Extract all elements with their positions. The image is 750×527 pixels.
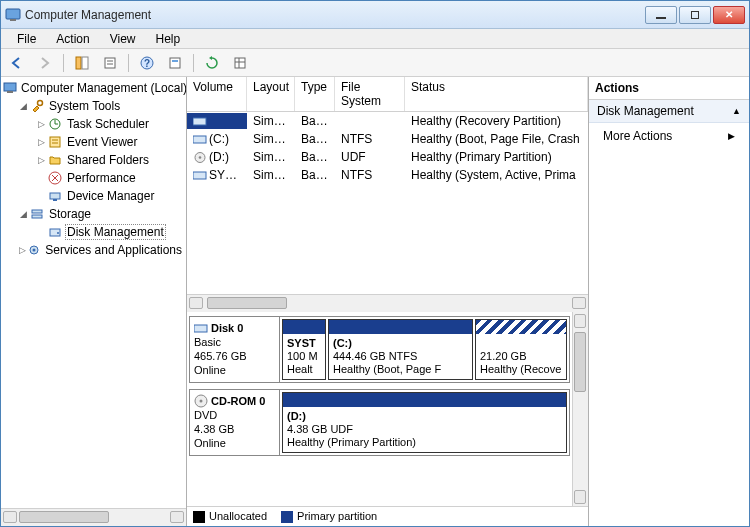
menu-action[interactable]: Action bbox=[46, 30, 99, 48]
close-button[interactable] bbox=[713, 6, 745, 24]
collapse-icon: ▲ bbox=[732, 106, 741, 116]
table-row[interactable]: Simple Basic Healthy (Recovery Partition… bbox=[187, 112, 588, 130]
list-button[interactable] bbox=[228, 52, 252, 74]
tree-system-tools[interactable]: ◢ System Tools bbox=[3, 97, 184, 115]
disk-kind: DVD bbox=[194, 408, 275, 422]
column-volume[interactable]: Volume bbox=[187, 77, 247, 111]
expand-icon[interactable]: ▷ bbox=[17, 245, 27, 255]
svg-rect-18 bbox=[50, 137, 60, 147]
volume-fs: NTFS bbox=[335, 131, 405, 147]
tree-task-scheduler[interactable]: ▷ Task Scheduler bbox=[3, 115, 184, 133]
disk-entry-disk0[interactable]: Disk 0 Basic 465.76 GB Online SYST100 MH… bbox=[189, 316, 570, 383]
forward-button[interactable] bbox=[33, 52, 57, 74]
volume-status: Healthy (Primary Partition) bbox=[405, 149, 588, 165]
table-row[interactable]: (D:) Simple Basic UDF Healthy (Primary P… bbox=[187, 148, 588, 166]
svg-rect-34 bbox=[193, 172, 206, 179]
scroll-right-icon[interactable] bbox=[572, 297, 586, 309]
disk-partitions: (D:)4.38 GB UDFHealthy (Primary Partitio… bbox=[280, 390, 569, 455]
menu-view[interactable]: View bbox=[100, 30, 146, 48]
scroll-up-icon[interactable] bbox=[574, 314, 586, 328]
scroll-thumb[interactable] bbox=[574, 332, 586, 392]
properties-button[interactable] bbox=[98, 52, 122, 74]
partition-recovery[interactable]: 21.20 GBHealthy (Recove bbox=[475, 319, 567, 380]
column-status[interactable]: Status bbox=[405, 77, 588, 111]
actions-section-disk-management[interactable]: Disk Management ▲ bbox=[589, 100, 749, 123]
svg-rect-31 bbox=[193, 136, 206, 143]
minimize-button[interactable] bbox=[645, 6, 677, 24]
disk-info: CD-ROM 0 DVD 4.38 GB Online bbox=[190, 390, 280, 455]
partition-size: 444.46 GB NTFS bbox=[333, 350, 417, 362]
scroll-down-icon[interactable] bbox=[574, 490, 586, 504]
expand-icon[interactable]: ▷ bbox=[35, 137, 47, 147]
navigation-tree[interactable]: Computer Management (Local) ◢ System Too… bbox=[1, 77, 186, 508]
tree-device-manager[interactable]: Device Manager bbox=[3, 187, 184, 205]
performance-icon bbox=[47, 170, 63, 186]
disc-icon bbox=[194, 394, 208, 408]
tree-event-viewer[interactable]: ▷ Event Viewer bbox=[3, 133, 184, 151]
actions-more-actions[interactable]: More Actions ▶ bbox=[589, 123, 749, 149]
tree-performance[interactable]: Performance bbox=[3, 169, 184, 187]
tree-label: System Tools bbox=[47, 99, 122, 113]
tree-root[interactable]: Computer Management (Local) bbox=[3, 79, 184, 97]
services-icon bbox=[27, 242, 41, 258]
expand-icon[interactable]: ▷ bbox=[35, 155, 47, 165]
tree-shared-folders[interactable]: ▷ Shared Folders bbox=[3, 151, 184, 169]
actions-section-label: Disk Management bbox=[597, 104, 694, 118]
scroll-right-icon[interactable] bbox=[170, 511, 184, 523]
svg-rect-22 bbox=[50, 193, 60, 199]
menu-file[interactable]: File bbox=[7, 30, 46, 48]
legend-swatch-unallocated bbox=[193, 511, 205, 523]
disk-vscrollbar[interactable] bbox=[572, 312, 588, 506]
svg-rect-1 bbox=[10, 19, 16, 21]
table-row[interactable]: (C:) Simple Basic NTFS Healthy (Boot, Pa… bbox=[187, 130, 588, 148]
volume-fs: UDF bbox=[335, 149, 405, 165]
scroll-left-icon[interactable] bbox=[3, 511, 17, 523]
tree-storage[interactable]: ◢ Storage bbox=[3, 205, 184, 223]
event-icon bbox=[47, 134, 63, 150]
svg-rect-4 bbox=[105, 58, 115, 68]
refresh-button[interactable] bbox=[200, 52, 224, 74]
scroll-thumb[interactable] bbox=[207, 297, 287, 309]
collapse-icon[interactable]: ◢ bbox=[17, 209, 29, 219]
disk-kind: Basic bbox=[194, 335, 275, 349]
column-filesystem[interactable]: File System bbox=[335, 77, 405, 111]
volume-fs bbox=[335, 113, 405, 129]
volume-name: (C:) bbox=[209, 132, 229, 146]
table-row[interactable]: SYSTEM Simple Basic NTFS Healthy (System… bbox=[187, 166, 588, 184]
disk-entry-cdrom0[interactable]: CD-ROM 0 DVD 4.38 GB Online (D:)4.38 GB … bbox=[189, 389, 570, 456]
main-area: Computer Management (Local) ◢ System Too… bbox=[1, 77, 749, 526]
volume-status: Healthy (Boot, Page File, Crash bbox=[405, 131, 588, 147]
tree-label: Services and Applications bbox=[43, 243, 184, 257]
storage-icon bbox=[29, 206, 45, 222]
actions-panel: Actions Disk Management ▲ More Actions ▶ bbox=[589, 77, 749, 526]
tree-label: Performance bbox=[65, 171, 138, 185]
column-type[interactable]: Type bbox=[295, 77, 335, 111]
volume-icon bbox=[193, 170, 207, 181]
expand-icon[interactable]: ▷ bbox=[35, 119, 47, 129]
menu-help[interactable]: Help bbox=[146, 30, 191, 48]
collapse-icon[interactable]: ◢ bbox=[17, 101, 29, 111]
partition-c[interactable]: (C:)444.46 GB NTFSHealthy (Boot, Page F bbox=[328, 319, 473, 380]
disk-title: Disk 0 bbox=[211, 321, 243, 335]
svg-point-33 bbox=[199, 157, 202, 160]
volume-name: (D:) bbox=[209, 150, 229, 164]
volume-name: SYSTEM bbox=[209, 168, 247, 182]
tree-services-apps[interactable]: ▷ Services and Applications bbox=[3, 241, 184, 259]
view-settings-button[interactable] bbox=[163, 52, 187, 74]
scroll-left-icon[interactable] bbox=[189, 297, 203, 309]
svg-rect-0 bbox=[6, 9, 20, 19]
scroll-thumb[interactable] bbox=[19, 511, 109, 523]
volume-hscrollbar[interactable] bbox=[187, 294, 588, 312]
partition-system[interactable]: SYST100 MHealt bbox=[282, 319, 326, 380]
computer-icon bbox=[3, 80, 17, 96]
tree-disk-management[interactable]: Disk Management bbox=[3, 223, 184, 241]
help-button[interactable]: ? bbox=[135, 52, 159, 74]
maximize-button[interactable] bbox=[679, 6, 711, 24]
show-hide-tree-button[interactable] bbox=[70, 52, 94, 74]
partition-d[interactable]: (D:)4.38 GB UDFHealthy (Primary Partitio… bbox=[282, 392, 567, 453]
tree-scrollbar[interactable] bbox=[1, 508, 186, 526]
tree-label: Shared Folders bbox=[65, 153, 151, 167]
column-layout[interactable]: Layout bbox=[247, 77, 295, 111]
tree-label: Task Scheduler bbox=[65, 117, 151, 131]
back-button[interactable] bbox=[5, 52, 29, 74]
